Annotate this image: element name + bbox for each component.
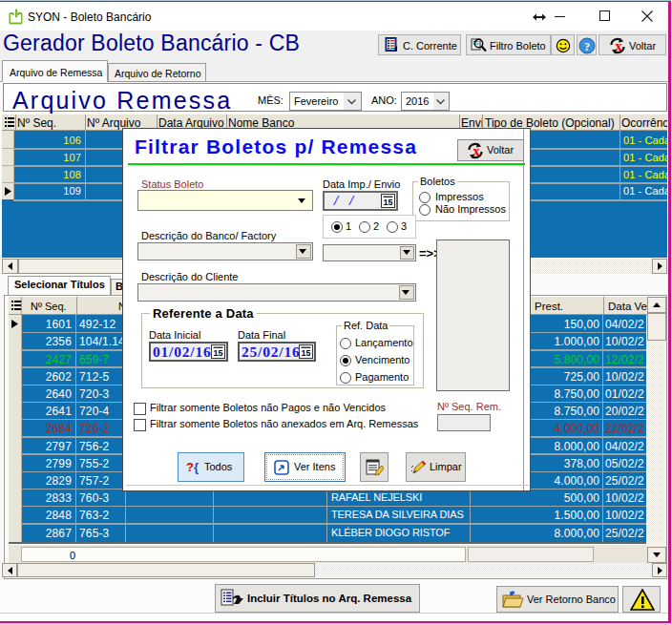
svg-text:15: 15 <box>301 348 310 358</box>
svg-text:15: 15 <box>213 348 222 358</box>
svg-text:x: x <box>616 39 622 53</box>
svg-text:15: 15 <box>383 198 392 207</box>
svg-text:?: ? <box>584 40 590 53</box>
svg-text:x: x <box>473 144 480 158</box>
